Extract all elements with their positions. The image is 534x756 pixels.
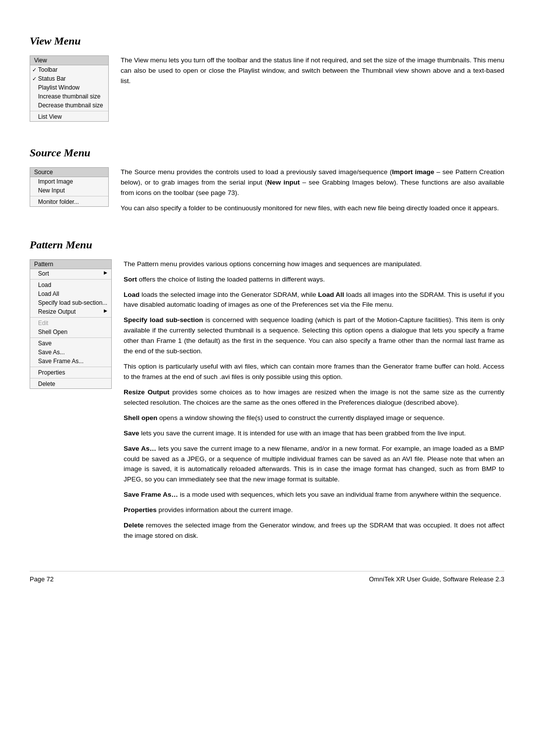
pattern-edit-item: Edit	[30, 319, 111, 328]
pattern-properties-item[interactable]: Properties	[30, 368, 111, 377]
view-para-1: The View menu lets you turn off the tool…	[121, 55, 504, 87]
source-divider	[30, 196, 108, 196]
view-decrease-thumb-item[interactable]: Decrease thumbnail size	[30, 101, 108, 110]
view-menu-title: View	[30, 56, 108, 65]
view-menu-text: The View menu lets you turn off the tool…	[121, 55, 504, 122]
pattern-para-properties: Properties provides information about th…	[124, 505, 504, 516]
pattern-para-save: Save lets you save the current image. It…	[124, 428, 504, 439]
pattern-sort-item[interactable]: Sort	[30, 269, 111, 278]
pattern-para-resize: Resize Output provides some choices as t…	[124, 387, 504, 408]
source-newinput-item[interactable]: New Input	[30, 186, 108, 195]
source-import-item[interactable]: Import Image	[30, 177, 108, 186]
pattern-divider2	[30, 317, 111, 318]
pattern-menu-text: The Pattern menu provides various option…	[124, 259, 504, 541]
pattern-menu-box: Pattern Sort Load Load All Specify load …	[30, 259, 112, 389]
pattern-divider3	[30, 337, 111, 338]
view-increase-thumb-item[interactable]: Increase thumbnail size	[30, 92, 108, 101]
pattern-para-saveframeas: Save Frame As… is a mode used with seque…	[124, 490, 504, 500]
source-menu-box: Source Import Image New Input Monitor fo…	[30, 167, 109, 207]
pattern-menu-heading: Pattern Menu	[30, 238, 504, 251]
pattern-menu-section: Pattern Sort Load Load All Specify load …	[30, 259, 504, 541]
source-para-1: The Source menu provides the controls us…	[121, 167, 504, 198]
pattern-resize-item[interactable]: Resize Output	[30, 307, 111, 316]
pattern-para-sort: Sort offers the choice of listing the lo…	[124, 275, 504, 285]
view-statusbar-item[interactable]: Status Bar	[30, 74, 108, 83]
view-listview-item[interactable]: List View	[30, 112, 108, 121]
pattern-para-delete: Delete removes the selected image from t…	[124, 520, 504, 541]
page-content: View Menu View Toolbar Status Bar Playli…	[30, 20, 504, 583]
pattern-load-item[interactable]: Load	[30, 281, 111, 289]
pattern-shellopen-item[interactable]: Shell Open	[30, 328, 111, 336]
pattern-save-item[interactable]: Save	[30, 339, 111, 348]
pattern-para-saveas: Save As… lets you save the current image…	[124, 444, 504, 485]
view-menu-box: View Toolbar Status Bar Playlist Window …	[30, 55, 109, 122]
pattern-para-1: The Pattern menu provides various option…	[124, 259, 504, 270]
doc-title: OmniTek XR User Guide, Software Release …	[369, 575, 504, 583]
page-footer: Page 72 OmniTek XR User Guide, Software …	[30, 571, 504, 583]
pattern-saveas-item[interactable]: Save As...	[30, 348, 111, 357]
pattern-para-avi: This option is particularly useful with …	[124, 362, 504, 382]
pattern-saveframeas-item[interactable]: Save Frame As...	[30, 357, 111, 366]
view-playlist-item[interactable]: Playlist Window	[30, 83, 108, 92]
page-number: Page 72	[30, 575, 53, 583]
pattern-para-load: Load loads the selected image into the G…	[124, 290, 504, 311]
pattern-divider5	[30, 378, 111, 378]
view-menu-section: View Toolbar Status Bar Playlist Window …	[30, 55, 504, 122]
pattern-para-specify: Specify load sub-section is concerned wi…	[124, 315, 504, 357]
pattern-delete-item[interactable]: Delete	[30, 379, 111, 388]
source-menu-heading: Source Menu	[30, 146, 504, 159]
pattern-menu-title: Pattern	[30, 260, 111, 269]
source-menu-section: Source Import Image New Input Monitor fo…	[30, 167, 504, 214]
pattern-divider4	[30, 367, 111, 367]
view-toolbar-item[interactable]: Toolbar	[30, 65, 108, 74]
pattern-specify-item[interactable]: Specify load sub-section...	[30, 298, 111, 307]
source-menu-title: Source	[30, 168, 108, 177]
pattern-divider1	[30, 279, 111, 280]
source-menu-text: The Source menu provides the controls us…	[121, 167, 504, 214]
source-para-2: You can also specify a folder to be cont…	[121, 203, 504, 214]
source-monitor-item[interactable]: Monitor folder...	[30, 197, 108, 206]
pattern-loadall-item[interactable]: Load All	[30, 289, 111, 298]
view-menu-heading: View Menu	[30, 35, 504, 47]
view-divider	[30, 111, 108, 111]
pattern-para-shell: Shell open opens a window showing the fi…	[124, 413, 504, 424]
